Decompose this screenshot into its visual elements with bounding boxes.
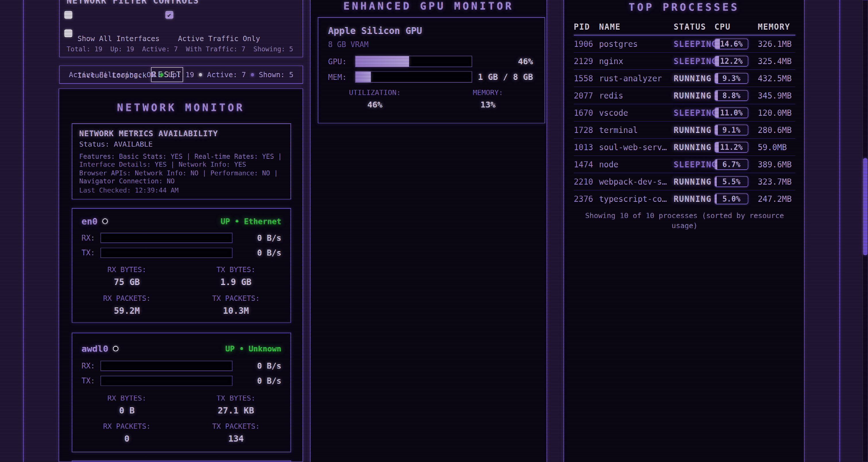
process-memory: 247.2MB xyxy=(758,194,792,204)
process-status: RUNNING xyxy=(674,74,712,83)
process-name: redis xyxy=(599,91,623,100)
gpu-utilization-label: GPU: xyxy=(328,57,355,66)
show-all-interfaces-checkbox[interactable] xyxy=(64,11,72,19)
gpu-utilization-percent: 46% xyxy=(518,57,533,66)
rx-rate-bar xyxy=(100,361,232,371)
tx-rate-bar xyxy=(100,376,232,386)
metrics-features-line2: Interface Details: YES | Network Info: Y… xyxy=(79,161,246,168)
process-name: typescript-co… xyxy=(599,194,667,204)
rx-bytes-value: 0 B xyxy=(72,405,181,415)
interface-status-badge: UP • Ethernet xyxy=(221,217,281,226)
tx-label: TX: xyxy=(82,376,100,385)
table-row: 2129 nginx SLEEPING 12.2% 325.4MB xyxy=(574,53,795,70)
process-memory: 59.0MB xyxy=(758,143,787,152)
rx-packets-value: 0 xyxy=(72,434,181,444)
process-cpu-badge: 5.5% xyxy=(714,176,748,187)
process-name: vscode xyxy=(599,108,628,118)
column-header-name: NAME xyxy=(599,22,621,32)
process-name: nginx xyxy=(599,57,623,66)
shown-status-dot xyxy=(251,73,254,76)
scrollbar-track[interactable] xyxy=(863,0,868,462)
rx-bytes-label: RX BYTES: xyxy=(72,394,181,402)
metrics-apis-line2: Navigator Connection: NO xyxy=(79,177,175,185)
process-memory: 280.6MB xyxy=(758,125,792,135)
table-row: 1474 node SLEEPING 6.7% 389.6MB xyxy=(574,156,795,173)
process-cpu-badge: 14.6% xyxy=(714,38,748,49)
up-count: Up: 19 xyxy=(168,70,194,79)
column-header-cpu: CPU xyxy=(714,22,731,32)
rx-rate-value: 0 B/s xyxy=(257,361,281,371)
process-pid: 2210 xyxy=(574,177,593,187)
shown-count: Shown: 5 xyxy=(259,70,293,79)
process-cpu-badge: 5.0% xyxy=(714,193,748,204)
network-monitor-panel: NETWORK MONITOR NETWORK METRICS AVAILABI… xyxy=(59,88,303,462)
process-cpu-value: 11.0% xyxy=(715,109,748,117)
process-status: RUNNING xyxy=(674,125,712,135)
tx-packets-label: TX PACKETS: xyxy=(181,294,290,303)
gpu-section-title: ENHANCED GPU MONITOR xyxy=(311,0,547,12)
tx-rate-value: 0 B/s xyxy=(257,248,281,258)
rx-bytes-label: RX BYTES: xyxy=(72,266,181,274)
interface-card-en0: en0 UP • Ethernet RX: 0 B/s TX: 0 B/s RX… xyxy=(72,208,291,323)
active-status-dot xyxy=(199,73,202,76)
process-name: rust-analyzer xyxy=(599,74,662,83)
top-processes-section: TOP PROCESSES PID NAME STATUS CPU MEMORY… xyxy=(563,0,805,462)
interface-status-circle-icon xyxy=(113,346,119,351)
tx-packets-value: 134 xyxy=(181,434,290,444)
process-status: RUNNING xyxy=(674,91,712,100)
process-memory: 345.9MB xyxy=(758,91,792,100)
interface-status-circle-icon xyxy=(102,218,108,224)
metrics-features-line1: Features: Basic Stats: YES | Real-time R… xyxy=(79,153,282,160)
gpu-memory-bar xyxy=(355,71,472,83)
column-header-memory: MEMORY xyxy=(758,22,790,32)
process-cpu-value: 8.8% xyxy=(715,91,748,100)
table-row: 2376 typescript-co… RUNNING 5.0% 247.2MB xyxy=(574,190,795,208)
gpu-memory-label: MEM: xyxy=(328,72,355,82)
rx-packets-label: RX PACKETS: xyxy=(72,422,181,430)
process-status: SLEEPING xyxy=(674,57,717,66)
process-cpu-badge: 6.7% xyxy=(714,159,748,170)
gpu-utilization-bar xyxy=(355,56,472,67)
include-loopback-checkbox[interactable] xyxy=(64,29,72,37)
active-traffic-only-checkbox[interactable]: ✔ xyxy=(165,11,174,19)
process-memory: 325.4MB xyxy=(758,57,792,66)
rx-rate-bar xyxy=(100,233,232,243)
scrollbar-thumb[interactable] xyxy=(863,158,867,255)
metrics-last-checked: Last Checked: 12:39:44 AM xyxy=(79,187,179,194)
tx-bytes-label: TX BYTES: xyxy=(181,394,290,402)
gpu-name: Apple Silicon GPU xyxy=(328,25,422,36)
process-status: SLEEPING xyxy=(674,160,717,169)
process-name: terminal xyxy=(599,125,638,135)
process-cpu-value: 5.0% xyxy=(715,194,748,203)
table-row: 2077 redis RUNNING 8.8% 345.9MB xyxy=(574,87,795,104)
rx-label: RX: xyxy=(82,362,100,370)
process-cpu-badge: 12.2% xyxy=(714,56,748,67)
rx-rate-value: 0 B/s xyxy=(257,233,281,243)
up-status-dot xyxy=(160,73,163,76)
gpu-utilization-bar-fill xyxy=(355,56,409,67)
table-row: 1558 rust-analyzer RUNNING 9.3% 432.5MB xyxy=(574,70,795,87)
tx-rate-value: 0 B/s xyxy=(257,376,281,386)
process-memory: 326.1MB xyxy=(758,39,792,49)
process-pid: 2376 xyxy=(574,194,593,204)
process-cpu-value: 9.3% xyxy=(715,74,748,83)
process-memory: 323.7MB xyxy=(758,177,792,187)
process-name: webpack-dev-s… xyxy=(599,177,667,187)
rx-bytes-value: 75 GB xyxy=(72,277,181,287)
tx-packets-label: TX PACKETS: xyxy=(181,422,290,430)
tx-packets-value: 10.3M xyxy=(181,306,290,316)
network-metrics-availability-box: NETWORK METRICS AVAILABILITY Status: AVA… xyxy=(72,123,291,199)
process-memory: 120.0MB xyxy=(758,108,792,118)
process-cpu-value: 6.7% xyxy=(715,160,748,169)
interface-status-badge: UP • Unknown xyxy=(225,344,281,353)
gpu-memory-value: 1 GB / 8 GB xyxy=(478,72,533,82)
left-page-divider xyxy=(23,0,24,462)
process-pid: 1728 xyxy=(574,125,593,135)
tx-bytes-value: 27.1 KB xyxy=(181,405,290,415)
process-status: RUNNING xyxy=(674,177,712,187)
table-row: 2210 webpack-dev-s… RUNNING 5.5% 323.7MB xyxy=(574,173,795,190)
process-name: postgres xyxy=(599,39,638,49)
tx-rate-bar xyxy=(100,248,232,258)
process-table-footer: Showing 10 of 10 processes (sorted by re… xyxy=(576,211,794,231)
active-filtering-label: Active Filtering: ON xyxy=(69,70,155,79)
